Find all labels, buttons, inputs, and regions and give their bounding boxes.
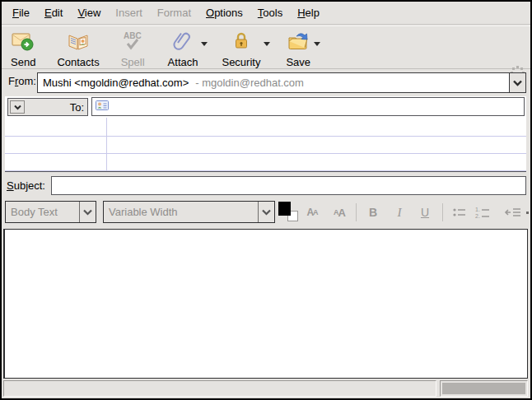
bold-button: B (362, 202, 384, 223)
foreground-color-swatch[interactable] (278, 202, 291, 216)
text-color-picker[interactable] (278, 202, 301, 224)
menu-options[interactable]: Options (198, 2, 250, 23)
italic-button: I (389, 202, 410, 223)
svg-text:ABC: ABC (124, 31, 142, 40)
recipient-type-button[interactable]: To: (7, 98, 88, 116)
save-label: Save (286, 56, 310, 68)
font-dropdown-button[interactable] (258, 202, 274, 222)
font-name-select[interactable]: Variable Width (103, 201, 275, 223)
save-button[interactable]: Save (280, 30, 316, 69)
compose-window: File Edit View Insert Format Options Too… (0, 0, 532, 400)
menu-bar: File Edit View Insert Format Options Too… (2, 2, 530, 25)
font-name-value: Variable Width (104, 206, 258, 218)
status-message-panel (3, 380, 436, 397)
menu-format: Format (150, 2, 198, 23)
chevron-down-icon (14, 105, 21, 110)
security-label: Security (222, 56, 260, 68)
spell-check-icon: ABC (121, 30, 144, 54)
menu-help[interactable]: Help (290, 2, 327, 23)
security-button[interactable]: Security (216, 30, 266, 69)
chevron-down-icon (262, 209, 271, 216)
grid-row-line (5, 153, 526, 154)
contacts-button[interactable]: Contacts (51, 30, 105, 69)
security-dropdown-arrow[interactable] (264, 42, 270, 46)
menu-file[interactable]: File (5, 2, 37, 23)
spell-button: ABC Spell (115, 30, 151, 69)
paragraph-style-value: Body Text (6, 206, 79, 218)
from-account-hint: - mgoldin@redhat.com (189, 77, 304, 89)
subject-input[interactable] (51, 176, 526, 195)
recipient-address-input[interactable] (91, 97, 525, 116)
chevron-down-icon (513, 80, 522, 86)
attach-label: Attach (168, 56, 198, 68)
numbered-list-icon: 1.2. (472, 202, 493, 223)
message-body[interactable] (3, 229, 528, 379)
menu-insert: Insert (108, 2, 150, 23)
send-button[interactable]: Send (5, 30, 41, 69)
from-value: Mushi <mgoldin@redhat.com> (43, 77, 189, 89)
attach-dropdown-arrow[interactable] (201, 42, 208, 46)
contact-card-icon (96, 100, 109, 114)
progress-bar (442, 383, 525, 394)
paragraph-style-select[interactable]: Body Text (5, 201, 96, 223)
save-icon (287, 30, 310, 54)
svg-text:1.: 1. (475, 207, 480, 212)
menu-view[interactable]: View (70, 2, 108, 23)
underline-button: U (414, 202, 436, 223)
from-label: From: (8, 75, 36, 87)
bullet-list-icon (449, 202, 470, 223)
status-progress-panel (440, 380, 528, 397)
from-account-select[interactable]: Mushi <mgoldin@redhat.com>- mgoldin@redh… (37, 72, 526, 93)
attach-button[interactable]: Attach (162, 30, 204, 69)
menu-edit[interactable]: Edit (37, 2, 70, 23)
send-icon (12, 30, 35, 54)
from-dropdown-button[interactable] (509, 73, 525, 92)
spell-label: Spell (121, 56, 145, 68)
contacts-label: Contacts (57, 56, 99, 68)
grid-row-line (5, 136, 526, 137)
grid-column-divider (106, 118, 107, 171)
decrease-font-size-button: AA (301, 202, 323, 223)
contacts-icon (66, 30, 91, 54)
recipient-type-dropdown[interactable] (10, 100, 25, 114)
increase-font-size-button: AA (329, 202, 350, 223)
send-label: Send (11, 56, 35, 68)
recipient-grid: To: (5, 96, 526, 172)
status-bar (2, 379, 530, 398)
style-dropdown-button[interactable] (79, 202, 96, 222)
outdent-icon (502, 202, 524, 223)
subject-label: Subject: (7, 179, 45, 192)
main-toolbar: Send Contacts (2, 26, 530, 69)
lock-icon (231, 30, 252, 54)
grid-row-line (5, 170, 526, 171)
chevron-down-icon (83, 209, 92, 216)
menu-tools[interactable]: Tools (250, 2, 290, 23)
svg-text:2.: 2. (475, 213, 480, 219)
save-dropdown-arrow[interactable] (314, 42, 320, 46)
toolbar-overflow-indicator[interactable] (526, 212, 529, 214)
toolbar-separator (442, 203, 443, 221)
attachment-icon (172, 30, 194, 54)
recipient-type-label: To: (25, 101, 87, 114)
toolbar-separator (356, 203, 357, 221)
formatting-toolbar: Body Text Variable Width AA AA B I U 1.2… (2, 198, 530, 229)
